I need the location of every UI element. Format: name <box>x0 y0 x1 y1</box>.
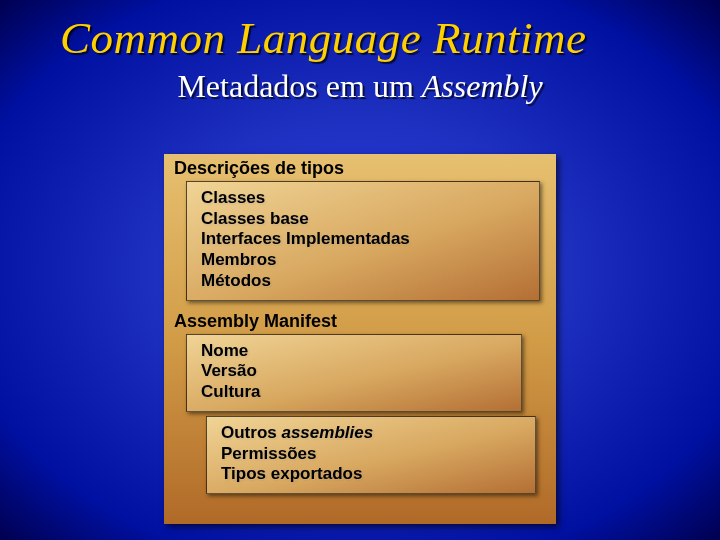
section-label-tipos: Descrições de tipos <box>164 154 556 181</box>
item: Tipos exportados <box>221 464 523 485</box>
item: Interfaces Implementadas <box>201 229 527 250</box>
box-tipos: Classes Classes base Interfaces Implemen… <box>186 181 540 301</box>
item-emph: assemblies <box>281 423 373 442</box>
slide-title: Common Language Runtime <box>60 12 586 64</box>
subtitle-emph: Assembly <box>422 68 543 104</box>
slide-subtitle: Metadados em um Assembly <box>60 68 660 105</box>
section-label-manifest: Assembly Manifest <box>164 307 556 334</box>
box-manifest-a: Nome Versão Cultura <box>186 334 522 412</box>
metadata-diagram: Descrições de tipos Classes Classes base… <box>164 154 556 524</box>
box-manifest-b: Outros assemblies Permissões Tipos expor… <box>206 416 536 494</box>
item: Cultura <box>201 382 509 403</box>
item: Outros assemblies <box>221 423 523 444</box>
item: Permissões <box>221 444 523 465</box>
item: Classes <box>201 188 527 209</box>
item: Classes base <box>201 209 527 230</box>
item: Nome <box>201 341 509 362</box>
subtitle-text: Metadados em um <box>177 68 421 104</box>
item: Membros <box>201 250 527 271</box>
item-plain: Outros <box>221 423 281 442</box>
item: Versão <box>201 361 509 382</box>
item: Métodos <box>201 271 527 292</box>
